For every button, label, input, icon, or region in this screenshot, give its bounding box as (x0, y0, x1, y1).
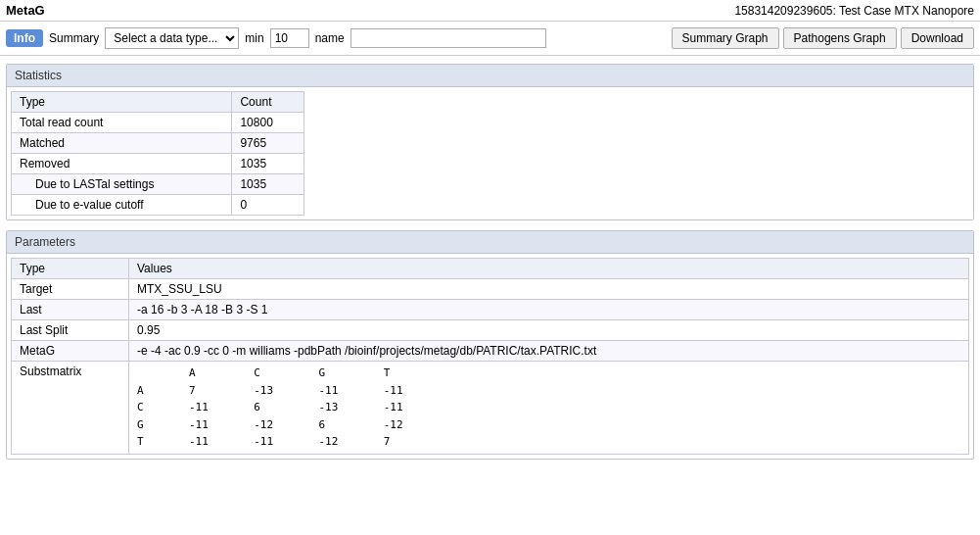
params-value-cell: A C G T A 7 -13 -11 -11 C -11 6 -13 -11 … (129, 362, 969, 455)
stats-type-cell: Matched (12, 133, 232, 154)
stats-count-cell: 10800 (232, 113, 304, 133)
top-bar: MetaG 158314209239605: Test Case MTX Nan… (0, 0, 980, 22)
stats-count-cell: 0 (232, 195, 304, 216)
params-value-cell: MTX_SSU_LSU (129, 279, 969, 300)
toolbar: Info Summary Select a data type...Bacter… (0, 22, 980, 56)
content-area: Statistics Type Count Total read count10… (0, 56, 980, 477)
statistics-table: Type Count Total read count10800Matched9… (11, 91, 304, 216)
params-col-values: Values (129, 259, 969, 279)
name-label: name (315, 31, 345, 45)
stats-count-cell: 1035 (232, 154, 304, 174)
params-col-type: Type (12, 259, 129, 279)
summary-label: Summary (49, 31, 99, 45)
params-value-cell: 0.95 (129, 320, 969, 341)
stats-count-cell: 9765 (232, 133, 304, 154)
parameters-section: Parameters Type Values TargetMTX_SSU_LSU… (6, 230, 974, 460)
params-type-cell: Target (12, 279, 129, 300)
params-type-cell: Last Split (12, 320, 129, 341)
parameters-header: Parameters (7, 231, 973, 254)
data-type-select[interactable]: Select a data type...BacteriaVirusFungi (105, 27, 239, 49)
min-label: min (245, 31, 263, 45)
case-info: 158314209239605: Test Case MTX Nanopore (734, 4, 974, 18)
stats-type-cell: Due to e-value cutoff (12, 195, 232, 216)
params-type-cell: MetaG (12, 341, 129, 362)
summary-graph-button[interactable]: Summary Graph (672, 27, 779, 49)
stats-type-cell: Total read count (12, 113, 232, 133)
name-input[interactable] (350, 28, 546, 48)
download-button[interactable]: Download (901, 27, 974, 49)
info-button[interactable]: Info (6, 29, 43, 47)
params-value-cell: -e -4 -ac 0.9 -cc 0 -m williams -pdbPath… (129, 341, 969, 362)
parameters-table: Type Values TargetMTX_SSU_LSULast-a 16 -… (11, 258, 969, 455)
params-type-cell: Last (12, 300, 129, 320)
toolbar-buttons: Summary Graph Pathogens Graph Download (672, 27, 974, 49)
stats-type-cell: Removed (12, 154, 232, 174)
params-value-cell: -a 16 -b 3 -A 18 -B 3 -S 1 (129, 300, 969, 320)
stats-col-type: Type (12, 92, 232, 113)
statistics-section: Statistics Type Count Total read count10… (6, 64, 974, 220)
stats-type-cell: Due to LASTal settings (12, 174, 232, 195)
app-title: MetaG (6, 3, 45, 18)
min-input[interactable] (270, 28, 309, 48)
pathogens-graph-button[interactable]: Pathogens Graph (783, 27, 897, 49)
statistics-header: Statistics (7, 65, 973, 87)
stats-count-cell: 1035 (232, 174, 304, 195)
stats-col-count: Count (232, 92, 304, 113)
params-type-cell: Substmatrix (12, 362, 129, 455)
